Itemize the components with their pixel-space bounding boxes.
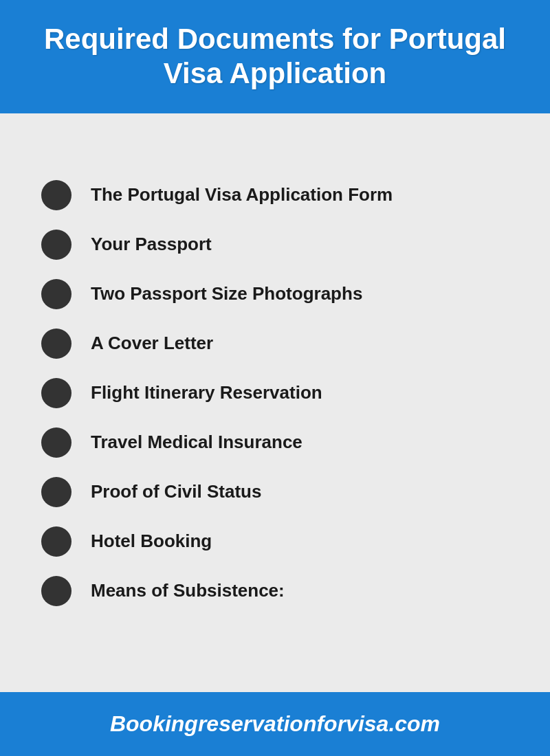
content-area: The Portugal Visa Application FormYour P… — [0, 113, 550, 692]
bullet-icon — [41, 576, 72, 606]
list-item-label: The Portugal Visa Application Form — [91, 184, 393, 205]
list-item-label: Proof of Civil Status — [91, 481, 261, 502]
list-item: Your Passport — [41, 230, 509, 260]
bullet-icon — [41, 180, 72, 210]
bullet-icon — [41, 329, 72, 359]
page-title: Required Documents for Portugal Visa App… — [41, 22, 509, 91]
bullet-icon — [41, 230, 72, 260]
list-item-label: Hotel Booking — [91, 531, 212, 552]
bullet-icon — [41, 378, 72, 408]
footer-website: Bookingreservationforvisa.com — [28, 711, 522, 737]
bullet-icon — [41, 526, 72, 557]
list-item-label: Two Passport Size Photographs — [91, 283, 362, 304]
list-item: Travel Medical Insurance — [41, 427, 509, 458]
list-item-label: Travel Medical Insurance — [91, 432, 302, 453]
list-item-label: A Cover Letter — [91, 333, 213, 354]
list-item-label: Flight Itinerary Reservation — [91, 382, 322, 403]
bullet-icon — [41, 427, 72, 458]
list-item: Flight Itinerary Reservation — [41, 378, 509, 408]
header: Required Documents for Portugal Visa App… — [0, 0, 550, 113]
bullet-icon — [41, 279, 72, 309]
list-item: Proof of Civil Status — [41, 477, 509, 507]
list-item-label: Your Passport — [91, 234, 212, 255]
list-item: A Cover Letter — [41, 329, 509, 359]
list-item-label: Means of Subsistence: — [91, 580, 285, 601]
list-item: Means of Subsistence: — [41, 576, 509, 606]
footer: Bookingreservationforvisa.com — [0, 692, 550, 756]
list-item: The Portugal Visa Application Form — [41, 180, 509, 210]
list-item: Two Passport Size Photographs — [41, 279, 509, 309]
bullet-icon — [41, 477, 72, 507]
list-item: Hotel Booking — [41, 526, 509, 557]
